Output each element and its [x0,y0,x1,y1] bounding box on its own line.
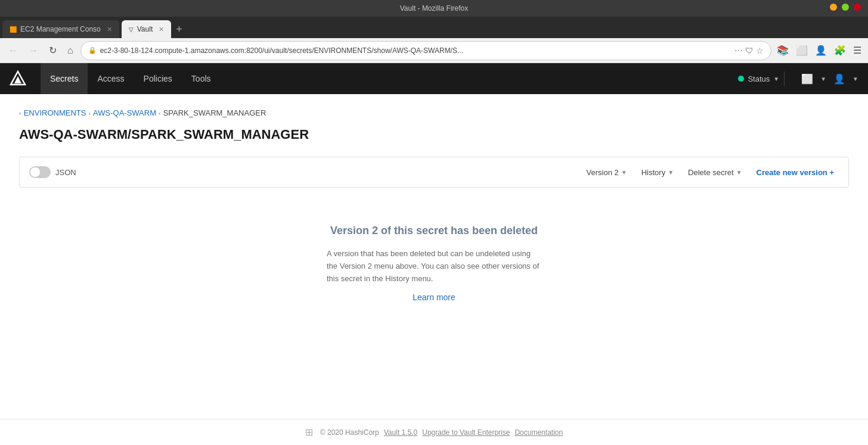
learn-more-link[interactable]: Learn more [413,292,455,302]
browser-title: Vault - Mozilla Firefox [400,4,468,13]
vault-nav: Secrets Access Policies Tools Status ▼ ⬜… [0,63,868,94]
page-title: AWS-QA-SWARM/SPARK_SWARM_MANAGER [19,127,849,142]
terminal-chevron[interactable]: ▼ [820,76,826,82]
breadcrumb: ‹ ENVIRONMENTS ‹ AWS-QA-SWARM ‹ SPARK_SW… [19,108,849,117]
version-chevron: ▼ [621,169,627,176]
home-button[interactable]: ⌂ [64,43,77,58]
version-button[interactable]: Version 2 ▼ [582,164,632,181]
status-chevron: ▼ [773,76,779,82]
vault-tab-icon: ▽ [129,26,134,33]
create-new-icon: + [829,168,834,177]
delete-secret-button[interactable]: Delete secret ▼ [683,164,747,181]
create-new-label: Create new version [757,168,827,177]
tab-ec2[interactable]: 🟧 EC2 Management Conso ✕ [2,20,119,38]
ec2-tab-icon: 🟧 [10,26,17,33]
create-new-version-button[interactable]: Create new version + [752,164,839,181]
toolbar-icons: 📚 ⬜ 👤 🧩 ☰ [775,43,863,58]
vault-tab-close[interactable]: ✕ [159,26,164,33]
status-dot [738,76,744,82]
address-bar[interactable]: 🔒 ec2-3-80-18-124.compute-1.amazonaws.co… [80,41,771,60]
vault-content: ‹ ENVIRONMENTS ‹ AWS-QA-SWARM ‹ SPARK_SW… [0,94,868,352]
bookmarks-icon[interactable]: 📚 [775,43,790,58]
breadcrumb-sep-1: ‹ [19,110,21,117]
json-label: JSON [55,168,76,177]
delete-chevron: ▼ [736,169,742,176]
tab-vault[interactable]: ▽ Vault ✕ [122,20,171,38]
browser-tab-bar: 🟧 EC2 Management Conso ✕ ▽ Vault ✕ + [0,17,868,38]
json-toggle-switch[interactable] [29,166,51,178]
vault-logo [10,70,26,87]
url-text: ec2-3-80-18-124.compute-1.amazonaws.com:… [100,46,731,55]
breadcrumb-swarm[interactable]: AWS-QA-SWARM [93,108,156,117]
lock-icon: 🔒 [88,46,97,54]
extensions-icon[interactable]: 🧩 [832,43,848,58]
empty-state-title: Version 2 of this secret has been delete… [330,223,538,238]
nav-access[interactable]: Access [88,63,134,94]
avatar-icon[interactable]: 👤 [831,71,848,87]
synced-tabs-icon[interactable]: ⬜ [794,43,810,58]
browser-title-bar: Vault - Mozilla Firefox [0,0,868,17]
delete-label: Delete secret [688,168,734,177]
maximize-btn[interactable] [842,4,849,11]
reload-button[interactable]: ↻ [45,42,60,58]
empty-state-body: A version that has been deleted but can … [327,248,541,285]
ec2-tab-label: EC2 Management Conso [20,25,101,33]
ec2-tab-close[interactable]: ✕ [107,26,112,33]
shield-icon[interactable]: 🛡 [745,46,754,55]
close-btn[interactable] [854,4,861,11]
nav-policies[interactable]: Policies [134,63,182,94]
nav-secrets[interactable]: Secrets [41,63,88,94]
history-label: History [641,168,665,177]
empty-state: Version 2 of this secret has been delete… [315,188,553,338]
json-toggle: JSON [29,166,76,178]
breadcrumb-current: SPARK_SWARM_MANAGER [163,108,266,117]
nav-tools[interactable]: Tools [182,63,221,94]
breadcrumb-sep-3: ‹ [159,110,161,117]
forward-button[interactable]: → [25,43,42,58]
toolbar-actions: Version 2 ▼ History ▼ Delete secret ▼ Cr… [582,164,839,181]
bookmark-icon[interactable]: ⋯ [734,46,743,55]
address-bar-actions: ⋯ 🛡 ☆ [734,46,764,55]
status-label: Status [748,74,770,83]
star-icon[interactable]: ☆ [756,46,764,55]
browser-toolbar: ← → ↻ ⌂ 🔒 ec2-3-80-18-124.compute-1.amaz… [0,38,868,63]
breadcrumb-sep-2: ‹ [88,110,91,117]
avatar-chevron[interactable]: ▼ [852,76,858,82]
status-indicator[interactable]: Status ▼ [738,74,779,83]
nav-icons: ⬜ ▼ 👤 ▼ [799,71,858,87]
minimize-btn[interactable] [830,4,837,11]
profile-icon[interactable]: 👤 [813,43,829,58]
history-button[interactable]: History ▼ [637,164,678,181]
back-button[interactable]: ← [5,43,21,58]
menu-icon[interactable]: ☰ [851,43,863,58]
secret-toolbar: JSON Version 2 ▼ History ▼ Delete secret… [19,157,849,188]
new-tab-button[interactable]: + [171,20,187,38]
history-chevron: ▼ [668,169,674,176]
vault-logo-svg [10,70,26,87]
breadcrumb-environments[interactable]: ENVIRONMENTS [24,108,86,117]
nav-divider [784,71,785,86]
version-label: Version 2 [587,168,619,177]
terminal-icon[interactable]: ⬜ [799,71,816,87]
vault-tab-label: Vault [137,25,153,33]
